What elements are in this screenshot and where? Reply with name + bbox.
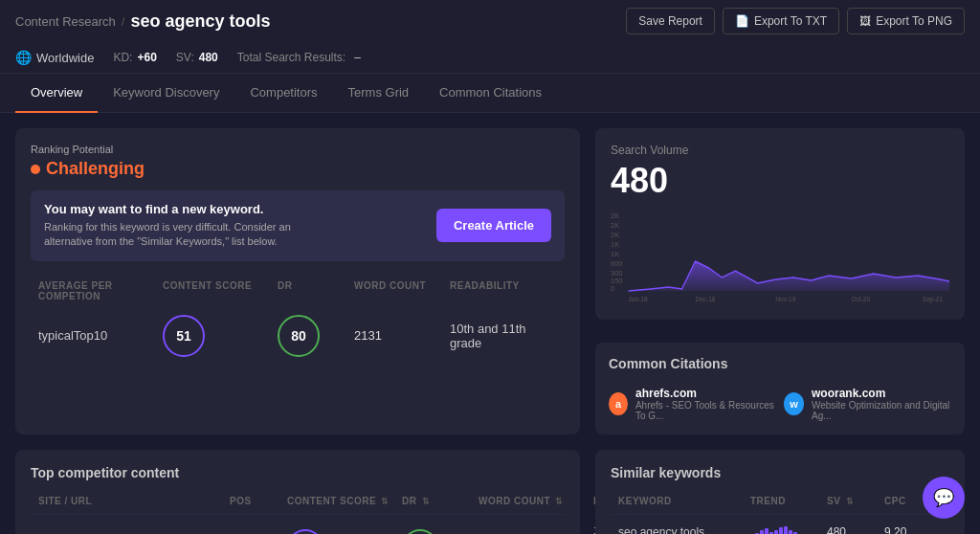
- top-competitor-card: Top competitor content SITE / URL POS CO…: [15, 450, 580, 534]
- readability-value: 10th and 11th grade: [450, 322, 557, 350]
- col-word-count: WORD COUNT: [354, 280, 450, 301]
- search-volume-card: Search Volume 480 2K 2K 2K 1K 1K 600 300…: [595, 128, 965, 320]
- breadcrumb-row: Content Research / seo agency tools Save…: [15, 8, 965, 42]
- svg-text:2K: 2K: [611, 231, 620, 239]
- kd-label: KD:: [113, 51, 132, 64]
- kw-th-keyword: KEYWORD: [618, 496, 750, 506]
- trend-sparkline: [750, 523, 827, 534]
- woorank-domain: woorank.com: [812, 387, 951, 400]
- right-column: Search Volume 480 2K 2K 2K 1K 1K 600 300…: [595, 128, 965, 434]
- svg-text:2K: 2K: [611, 221, 620, 230]
- ranking-potential-card: Ranking Potential Challenging You may wa…: [15, 128, 580, 434]
- svg-text:1K: 1K: [611, 240, 620, 249]
- svg-text:1K: 1K: [611, 250, 620, 258]
- citation-item-woorank: w woorank.com Website Optimization and D…: [784, 387, 951, 421]
- location-item: 🌐 Worldwide: [15, 50, 94, 65]
- tab-overview[interactable]: Overview: [15, 74, 98, 113]
- kw-th-sv: SV ⇅: [827, 496, 884, 506]
- svg-text:Oct-20: Oct-20: [852, 296, 871, 302]
- kw-cpc: 9.20: [884, 525, 942, 534]
- breadcrumb-sep: /: [122, 14, 125, 29]
- kw-keyword: seo agency tools: [618, 525, 750, 534]
- row-dr: 60: [402, 529, 438, 534]
- ranking-label: Ranking Potential: [31, 144, 565, 155]
- kw-table-header: KEYWORD TREND SV ⇅ CPC: [611, 488, 949, 515]
- tab-keyword-discovery[interactable]: Keyword Discovery: [98, 74, 234, 113]
- woorank-desc: Website Optimization and Digital Ag...: [812, 400, 951, 421]
- chart-fill: [629, 261, 949, 291]
- sv-chart: 2K 2K 2K 1K 1K 600 300 150 0: [611, 209, 949, 304]
- svg-text:Jan-18: Jan-18: [629, 296, 648, 302]
- main-content: Ranking Potential Challenging You may wa…: [0, 113, 980, 450]
- location-value: Worldwide: [36, 51, 94, 65]
- chat-button[interactable]: 💬: [923, 477, 965, 519]
- word-count-value: 2131: [354, 328, 450, 343]
- ahrefs-domain: ahrefs.com: [635, 387, 776, 400]
- ahrefs-desc: Ahrefs - SEO Tools & Resources To G...: [635, 400, 776, 421]
- warning-title: You may want to find a new keyword.: [44, 202, 331, 216]
- chart-area: 2K 2K 2K 1K 1K 600 300 150 0: [611, 209, 949, 304]
- export-png-button[interactable]: 🖼 Export To PNG: [847, 8, 965, 34]
- col-avg: AVERAGE PER COMPETION: [38, 280, 163, 301]
- sv-value: 480: [199, 51, 218, 64]
- breadcrumb: Content Research / seo agency tools: [15, 11, 270, 32]
- challenging-value: Challenging: [46, 159, 145, 179]
- challenging-badge: Challenging: [31, 159, 565, 179]
- row-label: typicalTop10: [38, 328, 163, 343]
- page-title: seo agency tools: [130, 11, 270, 32]
- dr-circle: 80: [278, 315, 320, 357]
- breadcrumb-parent: Content Research: [15, 14, 116, 29]
- similar-keywords-card: Similar keywords KEYWORD TREND SV ⇅ CPC …: [595, 450, 965, 534]
- kd-item: KD: +60: [113, 51, 156, 64]
- svg-text:600: 600: [611, 259, 622, 268]
- export-txt-button[interactable]: 📄 Export To TXT: [723, 8, 839, 34]
- svg-text:Nov-19: Nov-19: [775, 296, 795, 302]
- create-article-button[interactable]: Create Article: [436, 209, 551, 242]
- stats-header: AVERAGE PER COMPETION CONTENT SCORE DR W…: [31, 275, 565, 307]
- competitor-row: 99signals.com https://www.99signals.com/…: [31, 515, 565, 534]
- competitor-table-header: SITE / URL POS CONTENT SCORE ⇅ DR ⇅ WORD…: [31, 488, 565, 515]
- ahrefs-logo: a: [609, 392, 628, 415]
- globe-icon: 🌐: [15, 50, 32, 65]
- col-dr: DR: [278, 280, 354, 301]
- stats-row: typicalTop10 51 80 2131 10th and 11th gr…: [31, 307, 565, 365]
- citations-title: Common Citations: [609, 356, 951, 371]
- header-actions: Save Report 📄 Export To TXT 🖼 Export To …: [626, 8, 965, 34]
- citation-item-ahrefs: a ahrefs.com Ahrefs - SEO Tools & Resour…: [609, 387, 776, 421]
- nav-tabs: Overview Keyword Discovery Competitors T…: [0, 74, 980, 113]
- total-label: Total Search Results:: [237, 51, 345, 64]
- competitor-title: Top competitor content: [31, 465, 565, 480]
- svg-text:2K: 2K: [611, 211, 620, 220]
- warning-desc: Ranking for this keyword is very difficu…: [44, 220, 331, 250]
- meta-row: 🌐 Worldwide KD: +60 SV: 480 Total Search…: [15, 42, 965, 73]
- th-dr: DR ⇅: [402, 496, 479, 506]
- woorank-logo: w: [784, 392, 804, 415]
- kw-sv: 480: [827, 525, 884, 534]
- tab-competitors[interactable]: Competitors: [234, 74, 332, 113]
- sv-number: 480: [611, 161, 949, 201]
- svg-text:Dec-18: Dec-18: [696, 296, 716, 302]
- doc-icon: 📄: [735, 14, 749, 28]
- common-citations-card: Common Citations a ahrefs.com Ahrefs - S…: [595, 343, 965, 434]
- image-icon: 🖼: [859, 14, 871, 28]
- col-readability: READABILITY: [450, 280, 557, 301]
- kd-value: +60: [137, 51, 156, 64]
- warning-text: You may want to find a new keyword. Rank…: [44, 202, 331, 250]
- total-value: –: [354, 51, 361, 64]
- content-score-circle: 51: [163, 315, 205, 357]
- tab-common-citations[interactable]: Common Citations: [424, 74, 557, 113]
- tab-terms-grid[interactable]: Terms Grid: [333, 74, 425, 113]
- col-content-score: CONTENT SCORE: [163, 280, 278, 301]
- total-results-item: Total Search Results: –: [237, 51, 361, 64]
- citations-grid: a ahrefs.com Ahrefs - SEO Tools & Resour…: [609, 379, 951, 421]
- th-site-url: SITE / URL: [38, 496, 230, 506]
- woorank-text: woorank.com Website Optimization and Dig…: [812, 387, 951, 421]
- chat-icon: 💬: [933, 487, 954, 508]
- kw-th-trend: TREND: [750, 496, 827, 506]
- sv-card-title: Search Volume: [611, 144, 949, 157]
- th-word-count: WORD COUNT ⇅: [479, 496, 593, 506]
- challenging-dot: [31, 165, 40, 174]
- th-content-score: CONTENT SCORE ⇅: [287, 496, 402, 506]
- save-report-button[interactable]: Save Report: [626, 8, 715, 34]
- kw-title: Similar keywords: [611, 465, 949, 480]
